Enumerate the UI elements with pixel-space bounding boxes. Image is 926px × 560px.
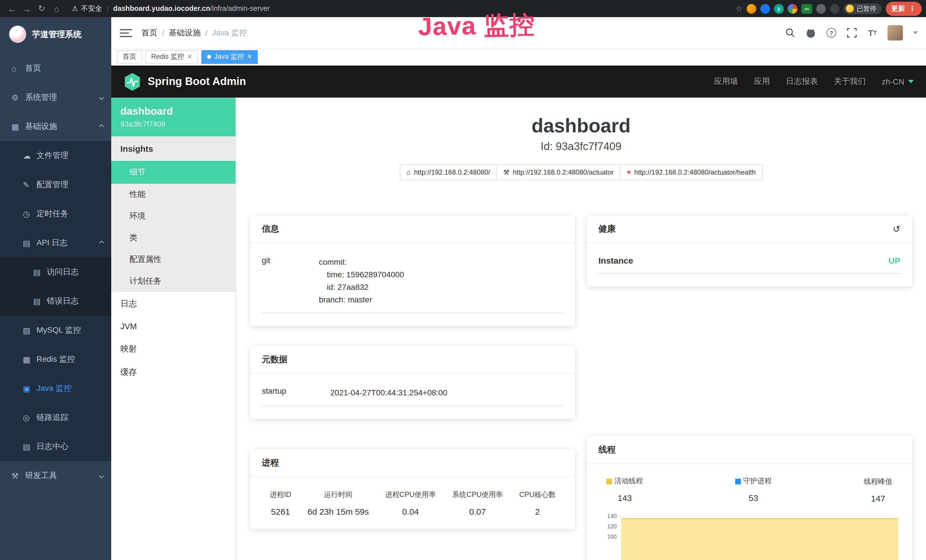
extension-grid-icon[interactable] xyxy=(788,4,797,14)
extension-drop-icon[interactable] xyxy=(760,4,770,14)
extension-y-icon[interactable]: y xyxy=(774,4,784,14)
java-monitor-icon: ▣ xyxy=(23,384,36,393)
help-icon[interactable]: ? xyxy=(826,27,837,38)
update-button[interactable]: 更新 ⋮ xyxy=(885,2,921,16)
stat-value: 147 xyxy=(864,493,892,503)
sba-item-details[interactable]: 细节 xyxy=(111,161,236,184)
home-icon: ⌂ xyxy=(406,168,411,176)
tab-home[interactable]: 首页 xyxy=(117,50,142,64)
tab-label: 首页 xyxy=(123,52,136,62)
logo[interactable]: 芋道管理系统 xyxy=(0,17,111,51)
hamburger-icon[interactable] xyxy=(120,27,132,39)
chevron-down-icon xyxy=(99,473,104,478)
sidebar-item-system-mgmt[interactable]: ⚙ 系统管理 xyxy=(0,83,111,112)
history-icon[interactable]: ↺ xyxy=(893,224,900,235)
tab-redis-monitor[interactable]: Redis 监控 ✕ xyxy=(145,50,198,64)
tab-label: Java 监控 xyxy=(214,52,244,62)
sba-nav-wallboard[interactable]: 应用墙 xyxy=(714,76,738,87)
health-status-badge: UP xyxy=(888,256,900,265)
link-url: http://192.168.0.2:48080/actuator xyxy=(513,168,614,176)
sba-nav-about[interactable]: 关于我们 xyxy=(834,76,866,87)
stat-value: 6d 23h 15m 59s xyxy=(307,507,369,516)
logo-title: 芋道管理系统 xyxy=(32,29,82,40)
extensions-puzzle-icon[interactable] xyxy=(830,4,840,14)
address-bar[interactable]: ⚠ 不安全 | dashboard.yudao.iocoder.cn/infra… xyxy=(72,4,735,14)
close-icon[interactable]: ✕ xyxy=(247,53,252,61)
legend-label: 守护进程 xyxy=(743,477,772,486)
sba-item-scheduled-tasks[interactable]: 计划任务 xyxy=(111,271,236,292)
service-url-link[interactable]: ⌂ http://192.168.0.2:48080/ xyxy=(399,164,497,180)
sba-item-caches[interactable]: 缓存 xyxy=(111,360,236,384)
health-card: 健康 ↺ Instance UP xyxy=(587,216,912,286)
breadcrumb-home[interactable]: 首页 xyxy=(141,28,157,38)
sidebar-item-api-logs[interactable]: ▤ API 日志 xyxy=(0,228,111,257)
sidebar-item-config-mgmt[interactable]: ✎ 配置管理 xyxy=(0,170,111,199)
sba-item-mappings[interactable]: 映射 xyxy=(111,337,236,360)
home-icon[interactable]: ⌂ xyxy=(49,4,64,14)
back-icon[interactable]: ← xyxy=(5,4,20,14)
search-icon[interactable] xyxy=(785,27,796,38)
doc-icon: ▤ xyxy=(33,267,47,277)
sba-nav-journal[interactable]: 日志报表 xyxy=(786,76,818,87)
breadcrumb-infra[interactable]: 基础设施 xyxy=(169,28,201,38)
forward-icon[interactable]: → xyxy=(20,4,34,14)
paused-badge[interactable]: 已暂停 xyxy=(844,3,882,14)
edit-icon: ✎ xyxy=(23,180,36,189)
sidebar-item-home[interactable]: ⌂ 首页 xyxy=(0,54,111,83)
threads-card-title: 线程 xyxy=(599,445,616,455)
user-avatar[interactable] xyxy=(887,25,903,41)
sba-item-environment[interactable]: 环境 xyxy=(111,206,236,227)
sba-language-select[interactable]: zh-CN xyxy=(882,77,914,86)
stat-live-threads: 活动线程 143 xyxy=(607,477,643,503)
stat-peak-threads: 线程峰值 147 xyxy=(864,477,892,503)
sidebar-item-error-logs[interactable]: ▤ 错误日志 xyxy=(0,286,111,316)
github-icon[interactable] xyxy=(805,27,817,38)
clock-icon: ◷ xyxy=(23,209,36,218)
bookmark-star-icon[interactable]: ☆ xyxy=(735,4,743,13)
sba-item-jvm[interactable]: JVM xyxy=(111,316,236,337)
chevron-down-icon xyxy=(908,80,914,83)
health-url-link[interactable]: ♥ http://192.168.0.2:48080/actuator/heal… xyxy=(620,164,763,180)
sba-item-metrics[interactable]: 性能 xyxy=(111,184,236,206)
sba-item-classes[interactable]: 类 xyxy=(111,227,236,249)
close-icon[interactable]: ✕ xyxy=(187,53,192,61)
sba-item-config-props[interactable]: 配置属性 xyxy=(111,249,236,271)
sba-brand[interactable]: Spring Boot Admin xyxy=(124,72,246,91)
stat-cpu-cores: CPU核心数 2 xyxy=(519,490,556,516)
stat-label: 进程ID xyxy=(270,490,291,500)
kebab-menu-icon[interactable]: ⋮ xyxy=(909,5,916,12)
sidebar-item-mysql-monitor[interactable]: ▨ MySQL 监控 xyxy=(0,316,111,345)
sidebar-item-scheduled-tasks[interactable]: ◷ 定时任务 xyxy=(0,199,111,228)
sba-nav-applications[interactable]: 应用 xyxy=(754,76,770,87)
stat-value: 2 xyxy=(519,507,556,516)
actuator-url-link[interactable]: ⚒ http://192.168.0.2:48080/actuator xyxy=(496,164,620,180)
sidebar-item-infrastructure[interactable]: ▦ 基础设施 xyxy=(0,112,111,141)
breadcrumb: 首页 / 基础设施 / Java 监控 xyxy=(141,28,247,38)
sidebar-item-file-mgmt[interactable]: ☁ 文件管理 xyxy=(0,141,111,170)
card-body: startup 2021-04-27T00:44:31.254+08:00 xyxy=(250,374,575,419)
sidebar-item-java-monitor[interactable]: ▣ Java 监控 xyxy=(0,374,111,403)
tab-java-monitor[interactable]: Java 监控 ✕ xyxy=(201,50,258,64)
extension-leaf-icon[interactable] xyxy=(816,4,826,14)
card-title: 信息 xyxy=(250,216,575,243)
refresh-icon[interactable]: ↻ xyxy=(34,3,49,14)
process-stats: 进程ID 5261 运行时间 6d 23h 15m 59s xyxy=(262,490,564,516)
sidebar-item-trace[interactable]: ◎ 链路追踪 xyxy=(0,403,111,432)
sba-instance-header[interactable]: dashboard 93a3fc7f7409 xyxy=(111,98,236,136)
wrench-icon: ⚒ xyxy=(503,168,510,176)
security-label: 不安全 xyxy=(81,4,102,14)
sba-insights-group: Insights 细节 性能 环境 类 配置属性 计划任务 xyxy=(111,136,236,292)
extension-on-badge[interactable]: on xyxy=(801,4,812,14)
caret-down-icon[interactable] xyxy=(913,31,917,34)
sba-item-logs[interactable]: 日志 xyxy=(111,292,236,316)
git-commit-time: time: 1596289704000 xyxy=(319,268,564,281)
sba-nav: 应用墙 应用 日志报表 关于我们 zh-CN xyxy=(714,76,914,87)
redis-icon: ▩ xyxy=(23,354,36,364)
sidebar-item-dev-tools[interactable]: ⚒ 研发工具 xyxy=(0,461,111,490)
sidebar-item-access-logs[interactable]: ▤ 访问日志 xyxy=(0,257,111,286)
fullscreen-icon[interactable] xyxy=(846,27,858,38)
sidebar-item-log-center[interactable]: ▤ 日志中心 xyxy=(0,432,111,461)
sidebar-item-redis-monitor[interactable]: ▩ Redis 监控 xyxy=(0,345,111,374)
extension-fox-icon[interactable] xyxy=(747,4,756,14)
font-size-icon[interactable]: TT xyxy=(867,27,878,38)
